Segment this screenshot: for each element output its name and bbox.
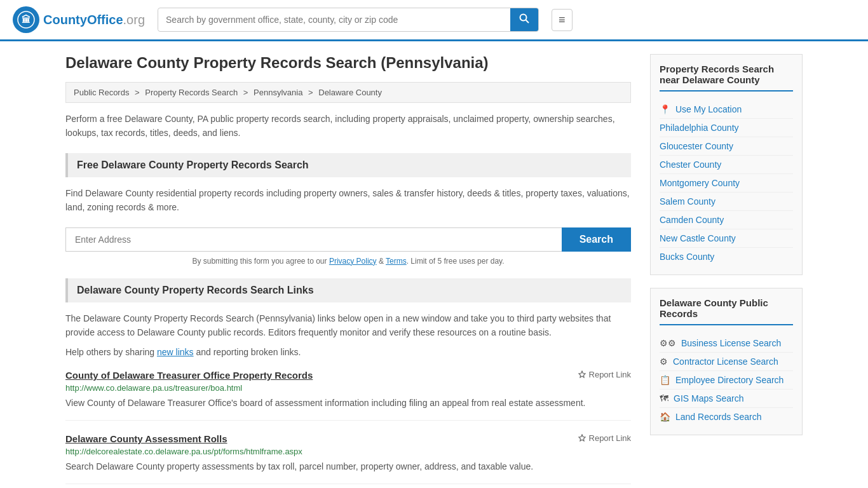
breadcrumb-delaware-county[interactable]: Delaware County bbox=[318, 88, 382, 97]
privacy-policy-link[interactable]: Privacy Policy bbox=[329, 257, 377, 266]
breadcrumb-public-records[interactable]: Public Records bbox=[74, 88, 129, 97]
sidebar-icon-1: ⚙ bbox=[660, 356, 668, 367]
sidebar-icon-3: 🗺 bbox=[660, 393, 668, 403]
sidebar-icon-2: 📋 bbox=[660, 375, 670, 385]
search-button[interactable]: Search bbox=[562, 227, 631, 252]
free-search-description: Find Delaware County residential propert… bbox=[65, 186, 631, 215]
county-link-item-2[interactable]: Chester County bbox=[660, 156, 793, 174]
svg-point-2 bbox=[520, 15, 527, 21]
public-records-links: ⚙⚙ Business License Search ⚙ Contractor … bbox=[660, 334, 793, 426]
resource-header: Delaware County Assessment Rolls Report … bbox=[65, 433, 631, 444]
header-search-bar bbox=[158, 8, 539, 32]
svg-line-3 bbox=[526, 20, 529, 24]
public-record-link-4[interactable]: Land Records Search bbox=[675, 412, 761, 422]
resource-desc-0: View County of Delaware Treasurer Office… bbox=[65, 396, 631, 410]
public-record-item-0[interactable]: ⚙⚙ Business License Search bbox=[660, 334, 793, 353]
resource-title-0[interactable]: County of Delaware Treasurer Office Prop… bbox=[65, 370, 313, 381]
share-note: Help others by sharing new links and rep… bbox=[65, 347, 631, 357]
nearby-title: Property Records Search near Delaware Co… bbox=[660, 64, 793, 92]
public-record-item-2[interactable]: 📋 Employee Directory Search bbox=[660, 371, 793, 390]
county-link-7[interactable]: Bucks County bbox=[660, 252, 714, 262]
header-search-input[interactable] bbox=[158, 10, 510, 30]
public-record-item-1[interactable]: ⚙ Contractor License Search bbox=[660, 353, 793, 371]
logo-text: CountyOffice.org bbox=[43, 13, 145, 27]
form-note: By submitting this form you agree to our… bbox=[65, 257, 631, 266]
public-record-item-3[interactable]: 🗺 GIS Maps Search bbox=[660, 390, 793, 408]
report-link-1[interactable]: Report Link bbox=[578, 433, 631, 443]
county-link-item-5[interactable]: Camden County bbox=[660, 211, 793, 229]
resource-url-0: http://www.co.delaware.pa.us/treasurer/b… bbox=[65, 383, 631, 393]
sidebar-icon-0: ⚙⚙ bbox=[660, 338, 676, 348]
main-container: Delaware County Property Records Search … bbox=[53, 41, 815, 488]
address-input[interactable] bbox=[65, 227, 562, 252]
resource-title-1[interactable]: Delaware County Assessment Rolls bbox=[65, 433, 227, 444]
links-section-header: Delaware County Property Records Search … bbox=[65, 278, 631, 302]
breadcrumb-property-records-search[interactable]: Property Records Search bbox=[145, 88, 238, 97]
county-link-5[interactable]: Camden County bbox=[660, 215, 724, 225]
county-link-item-0[interactable]: Philadelphia County bbox=[660, 119, 793, 137]
county-link-4[interactable]: Salem County bbox=[660, 196, 715, 207]
use-my-location-link[interactable]: Use My Location bbox=[675, 104, 742, 114]
hamburger-menu-button[interactable]: ≡ bbox=[552, 9, 573, 31]
resource-item: County of Delaware Treasurer Office Prop… bbox=[65, 370, 631, 421]
logo-link[interactable]: 🏛 CountyOffice.org bbox=[13, 6, 145, 33]
resource-list: County of Delaware Treasurer Office Prop… bbox=[65, 370, 631, 484]
county-link-3[interactable]: Montgomery County bbox=[660, 178, 740, 188]
report-link-0[interactable]: Report Link bbox=[578, 370, 631, 379]
county-link-2[interactable]: Chester County bbox=[660, 159, 721, 170]
logo-icon: 🏛 bbox=[13, 6, 39, 33]
public-record-link-0[interactable]: Business License Search bbox=[681, 338, 781, 348]
new-links-link[interactable]: new links bbox=[157, 347, 194, 357]
public-records-title: Delaware County Public Records bbox=[660, 297, 793, 325]
free-search-section-header: Free Delaware County Property Records Se… bbox=[65, 153, 631, 177]
use-my-location-item[interactable]: 📍 Use My Location bbox=[660, 100, 793, 119]
page-title: Delaware County Property Records Search … bbox=[65, 54, 631, 72]
county-links-list: Philadelphia CountyGloucester CountyChes… bbox=[660, 119, 793, 266]
public-record-link-2[interactable]: Employee Directory Search bbox=[675, 375, 783, 385]
svg-text:🏛: 🏛 bbox=[22, 14, 31, 25]
header-search-button[interactable] bbox=[510, 8, 538, 31]
resource-url-1: http://delcorealestate.co.delaware.pa.us… bbox=[65, 447, 631, 456]
resource-item: Delaware County Assessment Rolls Report … bbox=[65, 433, 631, 484]
main-description: Perform a free Delaware County, PA publi… bbox=[65, 112, 631, 140]
public-records-box: Delaware County Public Records ⚙⚙ Busine… bbox=[650, 288, 803, 435]
sidebar: Property Records Search near Delaware Co… bbox=[650, 54, 803, 488]
county-link-6[interactable]: New Castle County bbox=[660, 233, 736, 243]
terms-link[interactable]: Terms bbox=[386, 257, 407, 266]
public-record-link-3[interactable]: GIS Maps Search bbox=[674, 393, 744, 403]
county-link-item-4[interactable]: Salem County bbox=[660, 193, 793, 211]
county-link-0[interactable]: Philadelphia County bbox=[660, 123, 739, 133]
sidebar-icon-4: 🏠 bbox=[660, 412, 670, 422]
county-link-item-3[interactable]: Montgomery County bbox=[660, 174, 793, 193]
county-link-1[interactable]: Gloucester County bbox=[660, 141, 733, 151]
nearby-counties-box: Property Records Search near Delaware Co… bbox=[650, 54, 803, 275]
public-record-link-1[interactable]: Contractor License Search bbox=[673, 356, 778, 367]
county-link-item-7[interactable]: Bucks County bbox=[660, 248, 793, 266]
breadcrumb-pennsylvania[interactable]: Pennsylvania bbox=[254, 88, 302, 97]
county-link-item-1[interactable]: Gloucester County bbox=[660, 137, 793, 156]
public-record-item-4[interactable]: 🏠 Land Records Search bbox=[660, 408, 793, 426]
location-icon: 📍 bbox=[660, 104, 670, 114]
content-area: Delaware County Property Records Search … bbox=[65, 54, 631, 488]
county-link-item-6[interactable]: New Castle County bbox=[660, 229, 793, 248]
links-description: The Delaware County Property Records Sea… bbox=[65, 311, 631, 340]
resource-header: County of Delaware Treasurer Office Prop… bbox=[65, 370, 631, 381]
resource-desc-1: Search Delaware County property assessme… bbox=[65, 460, 631, 473]
property-search-form: Search bbox=[65, 227, 631, 252]
breadcrumb: Public Records > Property Records Search… bbox=[65, 82, 631, 103]
site-header: 🏛 CountyOffice.org ≡ bbox=[0, 0, 868, 41]
